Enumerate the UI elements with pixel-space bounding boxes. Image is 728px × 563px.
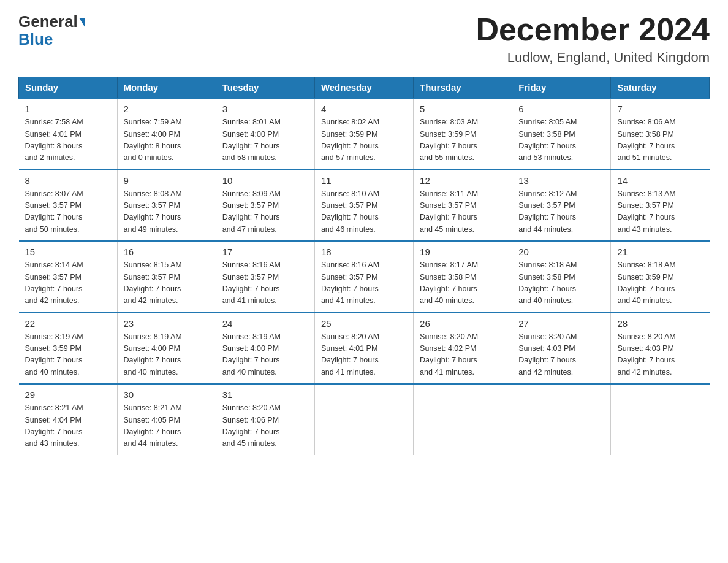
calendar-cell: 8Sunrise: 8:07 AMSunset: 3:57 PMDaylight… [19, 170, 118, 242]
calendar-cell: 31Sunrise: 8:20 AMSunset: 4:06 PMDayligh… [216, 384, 314, 455]
day-info: Sunrise: 8:19 AMSunset: 4:00 PMDaylight:… [222, 331, 308, 379]
calendar-cell: 29Sunrise: 8:21 AMSunset: 4:04 PMDayligh… [19, 384, 118, 455]
day-info: Sunrise: 7:58 AMSunset: 4:01 PMDaylight:… [25, 117, 111, 164]
day-info: Sunrise: 8:14 AMSunset: 3:57 PMDaylight:… [25, 259, 111, 307]
day-info: Sunrise: 8:06 AMSunset: 3:58 PMDaylight:… [617, 117, 703, 164]
day-info: Sunrise: 8:19 AMSunset: 4:00 PMDaylight:… [124, 331, 210, 379]
calendar-cell: 16Sunrise: 8:15 AMSunset: 3:57 PMDayligh… [117, 241, 216, 313]
logo-blue-text: Blue [18, 30, 53, 49]
day-number: 13 [518, 175, 604, 186]
calendar-title: December 2024 [476, 12, 710, 47]
day-number: 12 [420, 175, 506, 186]
day-number: 29 [25, 389, 111, 400]
day-info: Sunrise: 8:17 AMSunset: 3:58 PMDaylight:… [420, 259, 506, 307]
day-number: 19 [420, 247, 506, 257]
calendar-cell: 17Sunrise: 8:16 AMSunset: 3:57 PMDayligh… [216, 241, 314, 313]
day-number: 21 [617, 247, 703, 257]
day-number: 5 [420, 104, 506, 114]
logo-triangle-icon [79, 18, 85, 28]
calendar-table: SundayMondayTuesdayWednesdayThursdayFrid… [18, 77, 710, 455]
week-row-4: 22Sunrise: 8:19 AMSunset: 3:59 PMDayligh… [19, 313, 710, 385]
day-info: Sunrise: 8:19 AMSunset: 3:59 PMDaylight:… [25, 331, 111, 379]
day-info: Sunrise: 8:20 AMSunset: 4:02 PMDaylight:… [420, 331, 506, 379]
day-number: 18 [321, 247, 407, 257]
weekday-header-monday: Monday [117, 77, 216, 99]
day-number: 6 [518, 104, 604, 114]
day-info: Sunrise: 8:12 AMSunset: 3:57 PMDaylight:… [518, 188, 604, 236]
day-number: 16 [124, 247, 210, 257]
calendar-cell [414, 384, 512, 455]
weekday-header-saturday: Saturday [611, 77, 710, 99]
day-info: Sunrise: 8:16 AMSunset: 3:57 PMDaylight:… [222, 259, 308, 307]
calendar-cell: 4Sunrise: 8:02 AMSunset: 3:59 PMDaylight… [314, 98, 413, 170]
calendar-body: 1Sunrise: 7:58 AMSunset: 4:01 PMDaylight… [19, 98, 710, 455]
day-number: 24 [222, 318, 308, 329]
calendar-subtitle: Ludlow, England, United Kingdom [476, 50, 710, 66]
calendar-cell: 3Sunrise: 8:01 AMSunset: 4:00 PMDaylight… [216, 98, 314, 170]
day-info: Sunrise: 8:11 AMSunset: 3:57 PMDaylight:… [420, 188, 506, 236]
day-number: 3 [222, 104, 308, 114]
day-number: 11 [321, 175, 407, 186]
day-info: Sunrise: 8:08 AMSunset: 3:57 PMDaylight:… [124, 188, 210, 236]
calendar-cell: 11Sunrise: 8:10 AMSunset: 3:57 PMDayligh… [314, 170, 413, 242]
week-row-3: 15Sunrise: 8:14 AMSunset: 3:57 PMDayligh… [19, 241, 710, 313]
week-row-5: 29Sunrise: 8:21 AMSunset: 4:04 PMDayligh… [19, 384, 710, 455]
day-info: Sunrise: 8:21 AMSunset: 4:05 PMDaylight:… [124, 402, 210, 450]
calendar-cell [611, 384, 710, 455]
calendar-cell: 7Sunrise: 8:06 AMSunset: 3:58 PMDaylight… [611, 98, 710, 170]
day-info: Sunrise: 8:09 AMSunset: 3:57 PMDaylight:… [222, 188, 308, 236]
calendar-cell: 19Sunrise: 8:17 AMSunset: 3:58 PMDayligh… [414, 241, 512, 313]
weekday-header-row: SundayMondayTuesdayWednesdayThursdayFrid… [19, 77, 710, 99]
day-number: 8 [25, 175, 111, 186]
calendar-cell: 2Sunrise: 7:59 AMSunset: 4:00 PMDaylight… [117, 98, 216, 170]
calendar-header: SundayMondayTuesdayWednesdayThursdayFrid… [19, 77, 710, 99]
day-number: 23 [124, 318, 210, 329]
day-info: Sunrise: 8:20 AMSunset: 4:03 PMDaylight:… [518, 331, 604, 379]
day-number: 17 [222, 247, 308, 257]
calendar-cell: 26Sunrise: 8:20 AMSunset: 4:02 PMDayligh… [414, 313, 512, 385]
day-info: Sunrise: 8:21 AMSunset: 4:04 PMDaylight:… [25, 402, 111, 450]
day-info: Sunrise: 8:07 AMSunset: 3:57 PMDaylight:… [25, 188, 111, 236]
day-number: 9 [124, 175, 210, 186]
day-info: Sunrise: 8:02 AMSunset: 3:59 PMDaylight:… [321, 117, 407, 164]
day-info: Sunrise: 8:20 AMSunset: 4:06 PMDaylight:… [222, 402, 308, 450]
day-info: Sunrise: 8:05 AMSunset: 3:58 PMDaylight:… [518, 117, 604, 164]
day-info: Sunrise: 8:18 AMSunset: 3:58 PMDaylight:… [518, 259, 604, 307]
weekday-header-tuesday: Tuesday [216, 77, 314, 99]
weekday-header-friday: Friday [512, 77, 611, 99]
day-number: 15 [25, 247, 111, 257]
calendar-cell: 10Sunrise: 8:09 AMSunset: 3:57 PMDayligh… [216, 170, 314, 242]
calendar-cell: 5Sunrise: 8:03 AMSunset: 3:59 PMDaylight… [414, 98, 512, 170]
weekday-header-thursday: Thursday [414, 77, 512, 99]
day-number: 26 [420, 318, 506, 329]
calendar-cell: 6Sunrise: 8:05 AMSunset: 3:58 PMDaylight… [512, 98, 611, 170]
calendar-cell: 30Sunrise: 8:21 AMSunset: 4:05 PMDayligh… [117, 384, 216, 455]
logo: General Blue [18, 12, 85, 49]
calendar-cell: 21Sunrise: 8:18 AMSunset: 3:59 PMDayligh… [611, 241, 710, 313]
day-info: Sunrise: 8:20 AMSunset: 4:03 PMDaylight:… [617, 331, 703, 379]
day-info: Sunrise: 8:18 AMSunset: 3:59 PMDaylight:… [617, 259, 703, 307]
day-info: Sunrise: 8:01 AMSunset: 4:00 PMDaylight:… [222, 117, 308, 164]
day-info: Sunrise: 7:59 AMSunset: 4:00 PMDaylight:… [124, 117, 210, 164]
day-number: 28 [617, 318, 703, 329]
day-info: Sunrise: 8:20 AMSunset: 4:01 PMDaylight:… [321, 331, 407, 379]
day-info: Sunrise: 8:13 AMSunset: 3:57 PMDaylight:… [617, 188, 703, 236]
calendar-cell: 20Sunrise: 8:18 AMSunset: 3:58 PMDayligh… [512, 241, 611, 313]
day-number: 2 [124, 104, 210, 114]
calendar-cell: 25Sunrise: 8:20 AMSunset: 4:01 PMDayligh… [314, 313, 413, 385]
calendar-cell: 27Sunrise: 8:20 AMSunset: 4:03 PMDayligh… [512, 313, 611, 385]
day-info: Sunrise: 8:10 AMSunset: 3:57 PMDaylight:… [321, 188, 407, 236]
calendar-cell: 24Sunrise: 8:19 AMSunset: 4:00 PMDayligh… [216, 313, 314, 385]
page-header: General Blue December 2024 Ludlow, Engla… [18, 12, 710, 66]
day-number: 1 [25, 104, 111, 114]
weekday-header-sunday: Sunday [19, 77, 118, 99]
day-number: 30 [124, 389, 210, 400]
calendar-cell: 1Sunrise: 7:58 AMSunset: 4:01 PMDaylight… [19, 98, 118, 170]
day-number: 7 [617, 104, 703, 114]
logo-general-text: General [18, 12, 78, 31]
title-area: December 2024 Ludlow, England, United Ki… [476, 12, 710, 66]
day-number: 27 [518, 318, 604, 329]
calendar-cell: 14Sunrise: 8:13 AMSunset: 3:57 PMDayligh… [611, 170, 710, 242]
calendar-cell: 23Sunrise: 8:19 AMSunset: 4:00 PMDayligh… [117, 313, 216, 385]
day-number: 10 [222, 175, 308, 186]
